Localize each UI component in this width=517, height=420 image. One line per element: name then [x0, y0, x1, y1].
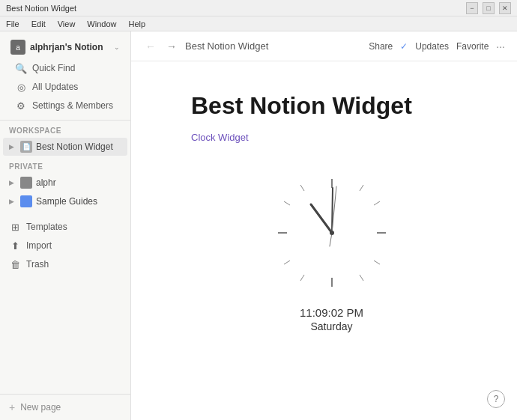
- updates-button[interactable]: Updates: [415, 41, 449, 52]
- search-icon: 🔍: [15, 62, 27, 74]
- svg-line-7: [360, 275, 363, 281]
- menu-window[interactable]: Window: [85, 19, 118, 28]
- page-icon-alphr: [20, 177, 32, 189]
- svg-line-9: [284, 261, 290, 264]
- svg-line-12: [311, 204, 332, 233]
- quick-find-label: Quick Find: [32, 63, 75, 73]
- sidebar-item-import[interactable]: ⬆ Import: [3, 237, 127, 255]
- tree-arrow-icon-guides: ▶: [9, 198, 16, 205]
- clock-widget: 11:09:02 PM Saturday: [191, 165, 472, 332]
- svg-line-10: [284, 201, 290, 205]
- sidebar-item-settings[interactable]: ⚙ Settings & Members: [9, 97, 121, 115]
- updates-check-icon: ✓: [400, 41, 408, 52]
- main-content: ← → Best Notion Widget Share ✓ Updates F…: [131, 31, 517, 420]
- best-notion-widget-label: Best Notion Widget: [36, 141, 113, 152]
- svg-line-6: [374, 261, 380, 264]
- private-section-label: PRIVATE: [0, 156, 130, 173]
- workspace-header[interactable]: a alphrjan's Notion ⌄: [6, 36, 124, 58]
- private-section: PRIVATE ▶ alphr ▶ Sample Guides: [0, 156, 130, 211]
- sidebar: a alphrjan's Notion ⌄ 🔍 Quick Find ◎ All…: [0, 31, 131, 420]
- window-title: Best Notion Widget: [6, 4, 76, 13]
- svg-line-8: [300, 275, 304, 281]
- updates-icon: ◎: [15, 81, 27, 93]
- svg-line-11: [300, 185, 304, 191]
- minimize-button[interactable]: −: [466, 2, 478, 14]
- back-button[interactable]: ←: [143, 39, 158, 54]
- workspace-name: alphrjan's Notion: [30, 42, 109, 52]
- clock-day: Saturday: [310, 320, 352, 332]
- new-page-icon: +: [9, 401, 15, 413]
- forward-button[interactable]: →: [164, 39, 179, 54]
- svg-line-4: [360, 185, 363, 191]
- page-content: Best Notion Widget Clock Widget: [131, 61, 517, 420]
- menu-help[interactable]: Help: [127, 19, 147, 28]
- settings-label: Settings & Members: [32, 100, 113, 111]
- tree-arrow-icon: ▶: [9, 143, 16, 150]
- tree-arrow-icon-alphr: ▶: [9, 179, 16, 186]
- import-label: Import: [26, 240, 52, 251]
- more-options-button[interactable]: ···: [496, 40, 505, 52]
- top-bar-left: ← → Best Notion Widget: [143, 39, 268, 54]
- menu-edit[interactable]: Edit: [30, 19, 47, 28]
- breadcrumb-title: Best Notion Widget: [185, 40, 268, 52]
- top-bar: ← → Best Notion Widget Share ✓ Updates F…: [131, 31, 517, 61]
- title-bar: Best Notion Widget − □ ✕: [0, 0, 517, 16]
- import-icon: ⬆: [9, 240, 21, 252]
- trash-label: Trash: [26, 259, 49, 270]
- clock-svg: [264, 165, 399, 300]
- sidebar-item-templates[interactable]: ⊞ Templates: [3, 218, 127, 236]
- new-page-label: New page: [20, 402, 61, 413]
- close-button[interactable]: ✕: [499, 2, 511, 14]
- menu-view[interactable]: View: [56, 19, 77, 28]
- page-icon-widget: 📄: [20, 141, 32, 153]
- sidebar-bottom-nav: ⊞ Templates ⬆ Import 🗑 Trash: [0, 217, 130, 274]
- templates-icon: ⊞: [9, 221, 21, 233]
- sidebar-top: a alphrjan's Notion ⌄ 🔍 Quick Find ◎ All…: [0, 31, 130, 121]
- templates-label: Templates: [26, 222, 67, 232]
- sidebar-item-quick-find[interactable]: 🔍 Quick Find: [9, 59, 121, 77]
- sidebar-item-best-notion-widget[interactable]: ▶ 📄 Best Notion Widget: [3, 138, 127, 156]
- app-body: a alphrjan's Notion ⌄ 🔍 Quick Find ◎ All…: [0, 31, 517, 420]
- workspace-chevron-icon: ⌄: [114, 43, 120, 51]
- top-bar-right: Share ✓ Updates Favorite ···: [369, 40, 505, 52]
- clock-time: 11:09:02 PM: [300, 306, 363, 319]
- page-icon-guides: [20, 195, 32, 207]
- favorite-button[interactable]: Favorite: [456, 41, 489, 52]
- sidebar-item-trash[interactable]: 🗑 Trash: [3, 255, 127, 273]
- workspace-section: WORKSPACE ▶ 📄 Best Notion Widget: [0, 121, 130, 156]
- help-button[interactable]: ?: [487, 390, 505, 408]
- share-button[interactable]: Share: [369, 41, 393, 52]
- sidebar-item-alphr[interactable]: ▶ alphr: [3, 174, 127, 192]
- sidebar-item-all-updates[interactable]: ◎ All Updates: [9, 78, 121, 96]
- trash-icon: 🗑: [9, 258, 21, 270]
- sidebar-bottom: + New page: [0, 394, 130, 420]
- alphr-label: alphr: [36, 177, 56, 188]
- window-controls: − □ ✕: [466, 2, 511, 14]
- all-updates-label: All Updates: [32, 82, 78, 92]
- settings-icon: ⚙: [15, 100, 27, 112]
- maximize-button[interactable]: □: [483, 2, 495, 14]
- menu-file[interactable]: File: [4, 19, 21, 28]
- clock-face: [264, 165, 399, 300]
- sidebar-item-sample-guides[interactable]: ▶ Sample Guides: [3, 192, 127, 210]
- clock-widget-link[interactable]: Clock Widget: [191, 132, 249, 143]
- new-page-button[interactable]: + New page: [3, 398, 127, 417]
- workspace-section-label: WORKSPACE: [0, 121, 130, 137]
- page-title: Best Notion Widget: [191, 91, 472, 120]
- svg-point-16: [330, 231, 334, 235]
- sample-guides-label: Sample Guides: [36, 196, 97, 207]
- workspace-icon: a: [10, 40, 25, 55]
- menu-bar: File Edit View Window Help: [0, 16, 517, 31]
- svg-line-5: [374, 201, 380, 205]
